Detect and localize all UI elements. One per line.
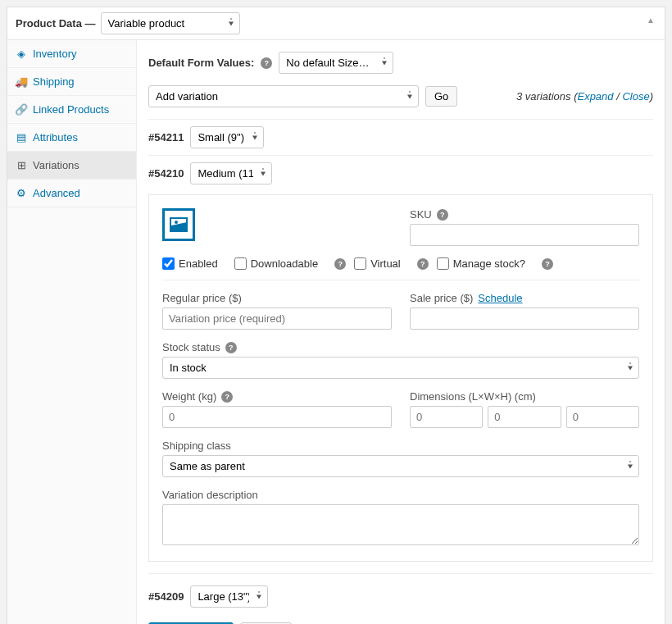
- virtual-checkbox-label[interactable]: Virtual: [354, 257, 401, 270]
- schedule-link[interactable]: Schedule: [478, 292, 522, 304]
- sidebar-item-label: Advanced: [33, 187, 80, 199]
- gear-icon: ⚙: [16, 187, 27, 199]
- sidebar-item-label: Variations: [33, 159, 79, 171]
- help-icon[interactable]: ?: [334, 258, 346, 270]
- variation-size-select[interactable]: Small (9"): [190, 126, 264, 148]
- variations-count-text: 3 variations (Expand / Close): [516, 90, 653, 102]
- variation-body-54210: SKU ? Enabled Downloadable: [148, 194, 653, 562]
- sidebar-item-label: Linked Products: [33, 103, 109, 116]
- variation-id: #54210: [148, 167, 184, 180]
- inventory-icon: ◈: [16, 48, 27, 60]
- grid-icon: ⊞: [16, 159, 27, 171]
- close-link[interactable]: Close: [622, 90, 649, 102]
- panel-header: Product Data — Variable product ▲: [7, 7, 665, 40]
- length-input[interactable]: [410, 406, 483, 428]
- shipping-class-select[interactable]: Same as parent: [162, 455, 639, 477]
- sale-price-input[interactable]: [410, 307, 639, 330]
- panel-title: Product Data —: [16, 17, 96, 30]
- go-button[interactable]: Go: [425, 86, 457, 107]
- stock-status-select[interactable]: In stock: [162, 357, 639, 379]
- sku-label: SKU: [410, 208, 432, 221]
- weight-input[interactable]: [162, 406, 392, 428]
- sidebar-item-label: Inventory: [33, 48, 76, 60]
- sidebar-item-advanced[interactable]: ⚙ Advanced: [7, 180, 136, 207]
- help-icon[interactable]: ?: [417, 258, 429, 270]
- width-input[interactable]: [488, 406, 561, 428]
- default-size-select[interactable]: No default Size…: [279, 52, 393, 74]
- variation-header-54209[interactable]: #54209 Large (13"): [148, 573, 653, 614]
- help-icon[interactable]: ?: [221, 391, 233, 403]
- enabled-checkbox-label[interactable]: Enabled: [162, 257, 218, 270]
- help-icon[interactable]: ?: [261, 57, 272, 69]
- sidebar-item-shipping[interactable]: 🚚 Shipping: [7, 68, 136, 96]
- help-icon[interactable]: ?: [542, 258, 553, 270]
- link-icon: 🔗: [16, 103, 27, 116]
- regular-price-label: Regular price ($): [162, 292, 242, 304]
- sidebar-item-inventory[interactable]: ◈ Inventory: [7, 40, 136, 68]
- list-icon: ▤: [16, 131, 27, 143]
- sidebar-item-label: Shipping: [33, 75, 75, 88]
- variation-id: #54209: [148, 590, 184, 603]
- variation-description-input[interactable]: [162, 504, 639, 545]
- image-icon: [170, 217, 188, 232]
- sidebar-item-attributes[interactable]: ▤ Attributes: [7, 124, 136, 152]
- main-content: Default Form Values: ? No default Size… …: [137, 40, 665, 624]
- enabled-checkbox[interactable]: [162, 257, 175, 270]
- variation-id: #54211: [148, 131, 184, 143]
- default-form-values-label: Default Form Values:: [148, 57, 254, 69]
- product-type-select[interactable]: Variable product: [101, 12, 240, 34]
- variation-header-54210[interactable]: #54210 Medium (11"): [148, 155, 653, 191]
- variation-image-placeholder[interactable]: [162, 208, 195, 241]
- help-icon[interactable]: ?: [437, 209, 448, 221]
- variation-description-label: Variation description: [162, 489, 258, 501]
- variation-header-54211[interactable]: #54211 Small (9"): [148, 119, 653, 155]
- downloadable-checkbox-label[interactable]: Downloadable: [234, 257, 318, 270]
- stock-status-label: Stock status: [162, 341, 220, 353]
- regular-price-input[interactable]: [162, 307, 392, 330]
- sidebar-item-label: Attributes: [33, 131, 78, 143]
- sidebar-item-linked[interactable]: 🔗 Linked Products: [7, 96, 136, 124]
- virtual-checkbox[interactable]: [354, 257, 366, 270]
- manage-stock-checkbox-label[interactable]: Manage stock?: [437, 257, 525, 270]
- downloadable-checkbox[interactable]: [234, 257, 247, 270]
- height-input[interactable]: [566, 406, 639, 428]
- truck-icon: 🚚: [16, 75, 27, 88]
- sidebar: ◈ Inventory 🚚 Shipping 🔗 Linked Products…: [7, 40, 137, 624]
- sidebar-item-variations[interactable]: ⊞ Variations: [7, 152, 136, 180]
- manage-stock-checkbox[interactable]: [437, 257, 449, 270]
- variation-size-select[interactable]: Large (13"): [190, 585, 268, 608]
- add-variation-select[interactable]: Add variation: [148, 85, 419, 107]
- sku-input[interactable]: [410, 224, 639, 246]
- weight-label: Weight (kg): [162, 390, 216, 403]
- dimensions-label: Dimensions (L×W×H) (cm): [410, 390, 536, 403]
- shipping-class-label: Shipping class: [162, 440, 231, 452]
- sale-price-label: Sale price ($): [410, 292, 473, 304]
- product-data-panel: Product Data — Variable product ▲ ◈ Inve…: [7, 7, 665, 624]
- expand-link[interactable]: Expand: [577, 90, 613, 102]
- variation-size-select[interactable]: Medium (11"): [190, 162, 272, 184]
- help-icon[interactable]: ?: [225, 342, 237, 353]
- panel-collapse-icon[interactable]: ▲: [647, 16, 655, 25]
